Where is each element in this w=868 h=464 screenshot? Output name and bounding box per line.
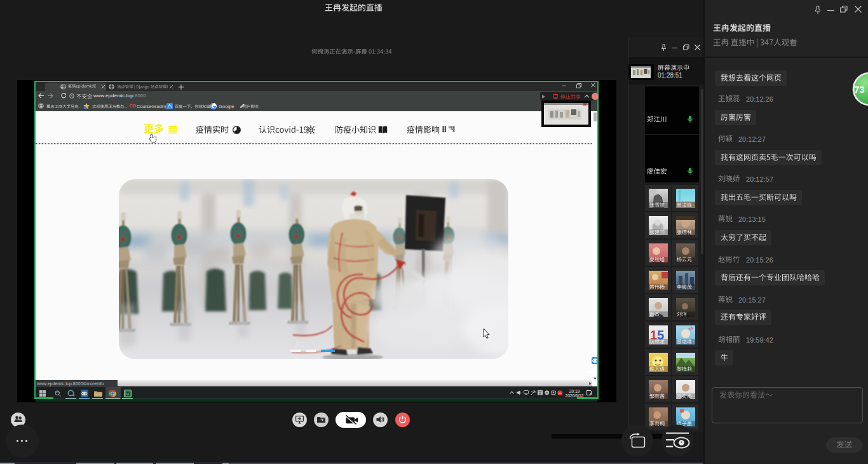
svg-text:73: 73 <box>854 84 865 95</box>
